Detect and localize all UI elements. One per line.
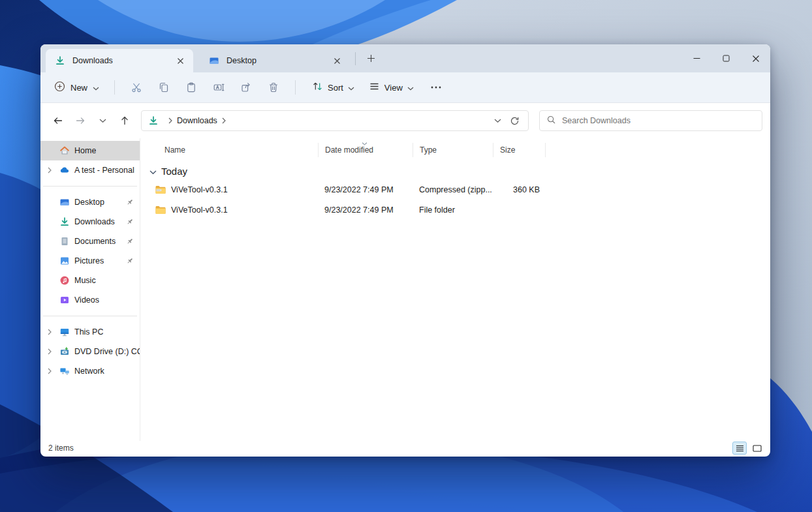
desktop-icon (59, 197, 70, 207)
sidebar-item-desktop[interactable]: Desktop (40, 192, 140, 212)
file-type: File folder (419, 205, 499, 215)
thumbnail-view-button[interactable] (750, 442, 764, 455)
picture-icon (59, 256, 70, 266)
sidebar-item-dvd-drive[interactable]: DVD Drive (D:) CCC (40, 342, 140, 361)
sidebar-item-home[interactable]: Home (40, 141, 140, 160)
tab-close-icon[interactable] (172, 53, 188, 68)
view-lines-icon (369, 81, 380, 94)
tab-close-icon[interactable] (329, 53, 345, 68)
tab-separator (355, 52, 356, 65)
explorer-body: Home A test - Personal Desktop (40, 138, 770, 441)
command-toolbar: New Sort (40, 72, 770, 103)
sidebar-item-label: Documents (74, 237, 116, 246)
file-explorer-window: Downloads Desktop (40, 44, 770, 457)
sidebar-item-this-pc[interactable]: This PC (40, 322, 140, 342)
onedrive-cloud-icon (59, 165, 70, 175)
maximize-button[interactable] (711, 44, 741, 72)
monitor-icon (59, 327, 70, 337)
paste-button[interactable] (178, 76, 205, 98)
file-date-modified: 9/23/2022 7:49 PM (324, 205, 419, 215)
sidebar-separator (43, 316, 137, 316)
chevron-down-icon (93, 83, 99, 93)
folder-icon (155, 205, 166, 215)
status-bar: 2 items (40, 441, 770, 457)
column-headers: Name Date modified Type Size (140, 141, 770, 159)
minimize-button[interactable] (682, 44, 711, 72)
chevron-right-icon[interactable] (48, 346, 59, 357)
copy-button[interactable] (150, 76, 178, 98)
chevron-right-icon[interactable] (48, 165, 59, 175)
search-input[interactable] (562, 116, 755, 125)
items-count: 2 items (48, 444, 74, 453)
file-list-pane: Name Date modified Type Size (140, 138, 770, 441)
details-view-button[interactable] (732, 442, 747, 455)
view-button[interactable]: View (363, 76, 420, 98)
chevron-down-icon[interactable] (149, 166, 157, 177)
sidebar-item-label: DVD Drive (D:) CCC (74, 347, 140, 356)
back-button[interactable] (48, 111, 68, 130)
more-options-button[interactable] (424, 76, 448, 98)
file-type: Compressed (zipp... (419, 185, 499, 194)
pin-icon (126, 237, 134, 245)
tab-downloads[interactable]: Downloads (46, 49, 193, 72)
dvd-drive-icon (59, 346, 70, 357)
new-tab-button[interactable] (361, 49, 381, 68)
pin-icon (126, 218, 134, 226)
refresh-button[interactable] (506, 112, 523, 129)
sidebar-item-music[interactable]: Music (40, 271, 140, 290)
document-icon (59, 236, 70, 247)
tab-label: Desktop (226, 56, 329, 65)
search-icon (546, 115, 556, 127)
file-row-folder[interactable]: ViVeTool-v0.3.1 9/23/2022 7:49 PM File f… (140, 200, 770, 220)
video-play-icon (59, 295, 70, 305)
file-name: ViVeTool-v0.3.1 (171, 205, 324, 215)
music-note-icon (59, 275, 70, 286)
chevron-right-icon[interactable] (48, 327, 59, 337)
chevron-right-icon[interactable] (48, 366, 59, 376)
recent-locations-button[interactable] (93, 111, 112, 130)
column-header-size[interactable]: Size (493, 143, 545, 157)
pin-icon (126, 257, 134, 265)
zip-folder-icon (155, 185, 166, 195)
sidebar-item-downloads[interactable]: Downloads (40, 212, 140, 232)
sidebar-item-label: Videos (74, 295, 99, 305)
sidebar-item-label: Desktop (74, 198, 104, 207)
sidebar-item-network[interactable]: Network (40, 361, 140, 381)
sidebar-item-pictures[interactable]: Pictures (40, 251, 140, 271)
forward-button[interactable] (70, 111, 90, 130)
tab-label: Downloads (72, 56, 172, 65)
new-button[interactable]: New (47, 76, 106, 98)
delete-button[interactable] (260, 76, 287, 98)
sidebar-item-label: Music (74, 276, 96, 285)
up-button[interactable] (115, 111, 134, 130)
share-button[interactable] (232, 76, 260, 98)
sidebar-item-onedrive[interactable]: A test - Personal (40, 160, 140, 180)
rename-button[interactable] (205, 76, 232, 98)
column-header-date-modified[interactable]: Date modified (318, 143, 413, 157)
chevron-right-icon[interactable] (222, 117, 226, 124)
group-header-today[interactable]: Today (140, 162, 770, 179)
address-bar[interactable]: Downloads (141, 110, 529, 131)
column-header-name[interactable]: Name (164, 143, 318, 157)
sidebar-item-label: Pictures (74, 256, 104, 265)
tab-desktop[interactable]: Desktop (200, 49, 350, 72)
sidebar-item-videos[interactable]: Videos (40, 290, 140, 310)
chevron-down-icon (407, 83, 414, 93)
view-toggles (732, 442, 764, 455)
toolbar-separator (114, 80, 115, 95)
home-icon (59, 145, 70, 156)
column-header-type[interactable]: Type (413, 143, 493, 157)
file-row-zip[interactable]: ViVeTool-v0.3.1 9/23/2022 7:49 PM Compre… (140, 179, 770, 200)
cut-button[interactable] (123, 76, 150, 98)
window-controls (682, 44, 770, 72)
view-button-label: View (384, 83, 403, 93)
sort-button[interactable]: Sort (306, 76, 360, 98)
address-dropdown-button[interactable] (489, 112, 506, 129)
search-box[interactable] (539, 110, 762, 131)
sidebar-item-documents[interactable]: Documents (40, 232, 140, 251)
sidebar-item-label: Home (74, 146, 96, 155)
sort-caret-icon (362, 138, 367, 147)
breadcrumb-downloads[interactable]: Downloads (177, 116, 217, 125)
close-button[interactable] (741, 44, 770, 72)
file-date-modified: 9/23/2022 7:49 PM (324, 185, 419, 194)
